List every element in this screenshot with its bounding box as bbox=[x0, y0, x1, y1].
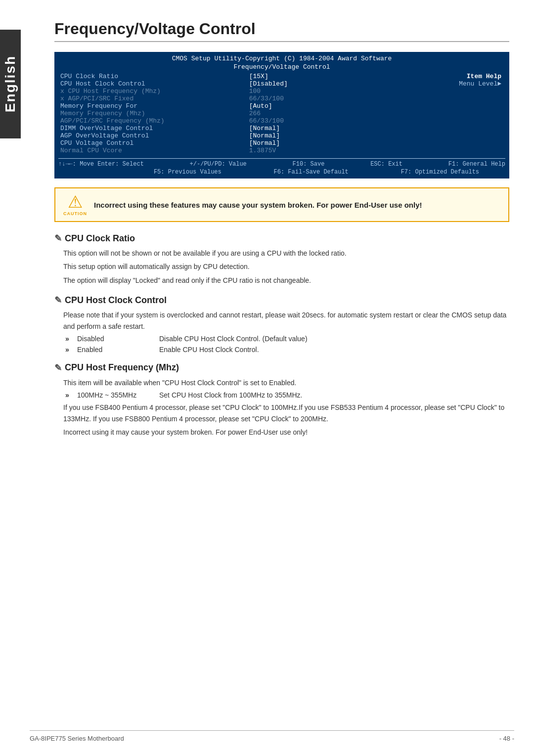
bios-row-value-5: 266 bbox=[249, 110, 388, 117]
bios-row-label-4: Memory Frequency For bbox=[60, 102, 245, 110]
bios-screen: CMOS Setup Utility-Copyright (C) 1984-20… bbox=[54, 52, 509, 178]
bios-right-col: [15X][Disabled]10066/33/100[Auto]26666/3… bbox=[247, 72, 390, 155]
side-tab-label: English bbox=[2, 55, 18, 112]
option-label-1-1: Enabled bbox=[77, 346, 156, 354]
bios-row-label-3: x AGP/PCI/SRC Fixed bbox=[60, 95, 245, 102]
bios-row-label-9: CPU Voltage Control bbox=[60, 139, 245, 147]
footer-left: GA-8IPE775 Series Motherboard bbox=[30, 735, 124, 742]
bios-footer-item: F6: Fail-Save Default bbox=[274, 169, 349, 176]
section-cpu-host-clock-control: CPU Host Clock ControlPlease note that i… bbox=[54, 295, 509, 354]
section-extra-para-2-1: Incorrect using it may cause your system… bbox=[63, 427, 509, 438]
bios-row-label-5: Memory Frequency (Mhz) bbox=[60, 110, 245, 117]
option-arrow-icon: » bbox=[65, 335, 74, 343]
section-para-1-0: Please note that if your system is overc… bbox=[63, 310, 509, 332]
bios-row-value-1: [Disabled] bbox=[249, 80, 388, 88]
sections-container: CPU Clock RatioThis option will not be s… bbox=[54, 233, 509, 438]
caution-box: ⚠ CAUTION Incorrect using these features… bbox=[54, 187, 509, 222]
caution-text: Incorrect using these features may cause… bbox=[94, 201, 422, 209]
bios-row-label-10: Normal CPU Vcore bbox=[60, 147, 245, 154]
bios-row-value-10: 1.3875V bbox=[249, 147, 388, 154]
bios-footer-item: +/-/PU/PD: Value bbox=[190, 161, 247, 168]
option-row-1-0: »DisabledDisable CPU Host Clock Control.… bbox=[65, 335, 509, 343]
section-extra-para-2-0: If you use FSB400 Pentium 4 processor, p… bbox=[63, 402, 509, 424]
bios-header-line2: Frequency/Voltage Control bbox=[58, 63, 505, 71]
bios-row-label-8: AGP OverVoltage Control bbox=[60, 132, 245, 139]
caution-triangle-icon: ⚠ bbox=[63, 193, 87, 210]
bios-row-label-0: CPU Clock Ratio bbox=[60, 73, 245, 80]
bios-row-value-9: [Normal] bbox=[249, 139, 388, 147]
main-content: Frequency/Voltage Control CMOS Setup Uti… bbox=[30, 0, 534, 460]
section-heading-cpu-host-frequency: CPU Host Frequency (Mhz) bbox=[54, 362, 509, 373]
bios-row-value-6: 66/33/100 bbox=[249, 117, 388, 125]
bios-help-text: Menu Level► bbox=[394, 80, 501, 88]
bios-row-value-0: [15X] bbox=[249, 73, 388, 80]
section-para-2-0: This item will be available when "CPU Ho… bbox=[63, 377, 509, 388]
bios-row-value-7: [Normal] bbox=[249, 125, 388, 132]
section-heading-cpu-host-clock-control: CPU Host Clock Control bbox=[54, 295, 509, 306]
bios-footer-item: F5: Previous Values bbox=[154, 169, 222, 176]
side-tab: English bbox=[0, 30, 21, 138]
section-cpu-clock-ratio: CPU Clock RatioThis option will not be s… bbox=[54, 233, 509, 286]
bios-help-col: Item Help Menu Level► bbox=[390, 72, 505, 155]
option-row-1-1: »EnabledEnable CPU Host Clock Control. bbox=[65, 346, 509, 354]
option-desc-2-0: Set CPU Host Clock from 100MHz to 355MHz… bbox=[159, 391, 509, 399]
bios-footer-item: F1: General Help bbox=[448, 161, 505, 168]
bios-row-label-6: AGP/PCI/SRC Frequency (Mhz) bbox=[60, 117, 245, 125]
bios-row-label-1: CPU Host Clock Control bbox=[60, 80, 245, 88]
option-arrow-icon: » bbox=[65, 346, 74, 354]
bios-help-title: Item Help bbox=[394, 73, 501, 80]
bios-row-value-2: 100 bbox=[249, 88, 388, 95]
page-footer: GA-8IPE775 Series Motherboard - 48 - bbox=[30, 730, 514, 742]
page-title: Frequency/Voltage Control bbox=[54, 20, 509, 42]
section-heading-cpu-clock-ratio: CPU Clock Ratio bbox=[54, 233, 509, 244]
bios-row-value-4: [Auto] bbox=[249, 102, 388, 110]
section-cpu-host-frequency: CPU Host Frequency (Mhz)This item will b… bbox=[54, 362, 509, 438]
caution-label: CAUTION bbox=[63, 211, 87, 216]
bios-footer-item: ↑↓→←: Move Enter: Select bbox=[58, 161, 144, 168]
option-desc-1-1: Enable CPU Host Clock Control. bbox=[159, 346, 509, 354]
bios-row-label-2: x CPU Host Frequency (Mhz) bbox=[60, 88, 245, 95]
bios-footer-item: ESC: Exit bbox=[370, 161, 402, 168]
bios-row-label-7: DIMM OverVoltage Control bbox=[60, 125, 245, 132]
section-para-0-0: This option will not be shown or not be … bbox=[63, 248, 509, 259]
bios-footer-item: F7: Optimized Defaults bbox=[401, 169, 479, 176]
option-row-2-0: »100MHz ~ 355MHzSet CPU Host Clock from … bbox=[65, 391, 509, 399]
caution-icon-wrapper: ⚠ CAUTION bbox=[63, 193, 87, 216]
option-label-1-0: Disabled bbox=[77, 335, 156, 343]
option-arrow-icon: » bbox=[65, 391, 74, 399]
bios-footer: ↑↓→←: Move Enter: Select+/-/PU/PD: Value… bbox=[58, 158, 505, 176]
section-para-0-2: The option will display "Locked" and rea… bbox=[63, 275, 509, 286]
bios-row-value-3: 66/33/100 bbox=[249, 95, 388, 102]
bios-footer-item: F10: Save bbox=[293, 161, 325, 168]
bios-header-line1: CMOS Setup Utility-Copyright (C) 1984-20… bbox=[58, 55, 505, 62]
bios-body: CPU Clock RatioCPU Host Clock Controlx C… bbox=[58, 72, 505, 155]
option-desc-1-0: Disable CPU Host Clock Control. (Default… bbox=[159, 335, 509, 343]
bios-row-value-8: [Normal] bbox=[249, 132, 388, 139]
footer-right: - 48 - bbox=[499, 735, 514, 742]
bios-left-col: CPU Clock RatioCPU Host Clock Controlx C… bbox=[58, 72, 247, 155]
option-label-2-0: 100MHz ~ 355MHz bbox=[77, 391, 156, 399]
section-para-0-1: This setup option will automatically ass… bbox=[63, 261, 509, 272]
